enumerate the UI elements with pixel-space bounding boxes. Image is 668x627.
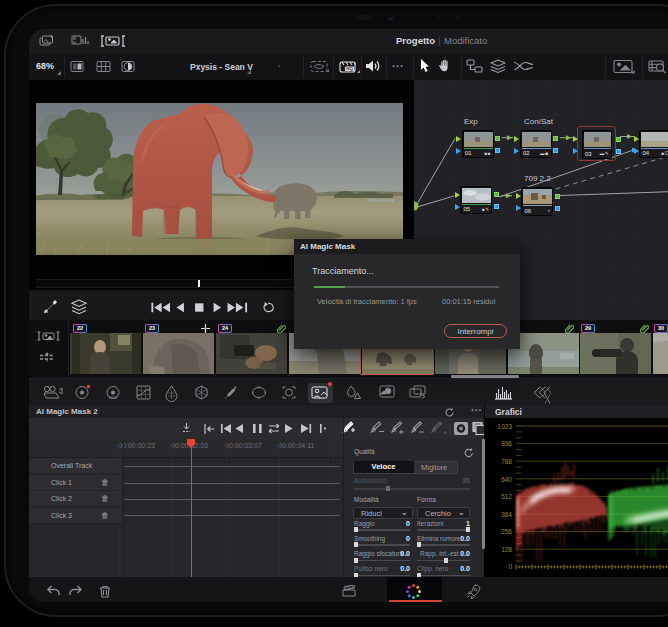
svg-text:768: 768 xyxy=(501,458,512,465)
svg-text:HDR: HDR xyxy=(109,395,118,400)
svg-text:640: 640 xyxy=(501,476,512,483)
svg-text:1023: 1023 xyxy=(498,423,513,430)
svg-text:256: 256 xyxy=(501,528,512,535)
svg-text:384: 384 xyxy=(501,511,512,518)
svg-text:128: 128 xyxy=(501,546,512,553)
svg-text:896: 896 xyxy=(501,440,512,447)
svg-text:512: 512 xyxy=(501,493,512,500)
svg-text:0: 0 xyxy=(508,563,512,570)
